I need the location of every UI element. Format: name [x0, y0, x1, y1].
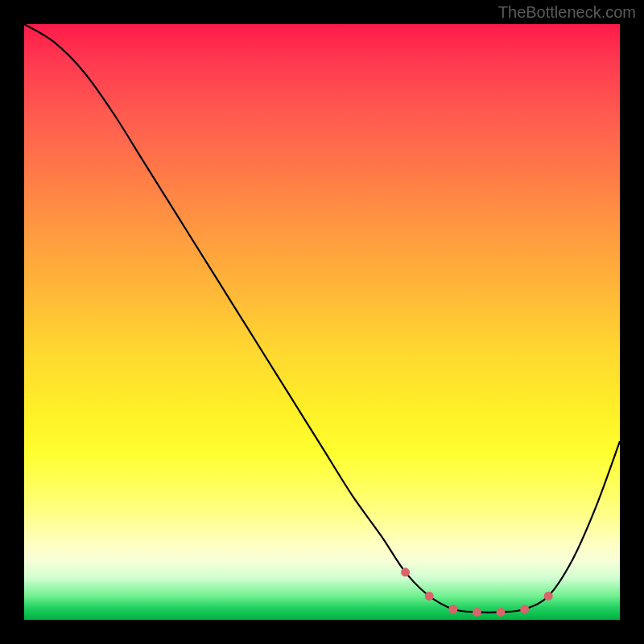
- curve-marker: [520, 605, 529, 613]
- bottleneck-curve: [24, 24, 620, 613]
- curve-marker: [497, 608, 506, 617]
- curve-svg: [24, 24, 620, 620]
- curve-marker: [544, 592, 553, 601]
- curve-marker: [473, 608, 481, 617]
- watermark-text: TheBottleneck.com: [498, 3, 636, 22]
- curve-marker: [448, 605, 457, 613]
- curve-marker: [401, 568, 410, 576]
- curve-marker: [425, 592, 434, 601]
- plot-area: [24, 24, 620, 620]
